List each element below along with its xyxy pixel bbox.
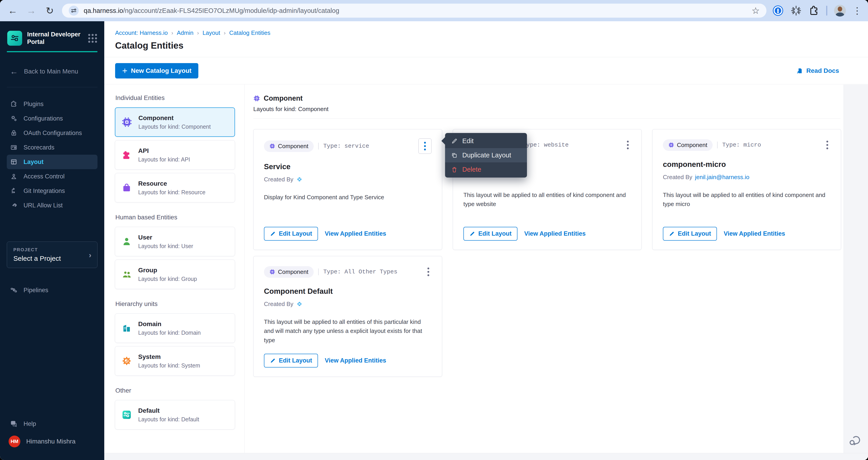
gears-icon	[10, 115, 18, 122]
created-by-row: Created By	[264, 300, 432, 308]
scroll-gutter-right[interactable]	[844, 85, 868, 460]
url-path: /ng/account/zEaak-FLS425IEO7OLzMUg/modul…	[123, 7, 339, 14]
view-applied-entities-link[interactable]: View Applied Entities	[524, 230, 586, 237]
module-grid-icon[interactable]	[88, 34, 97, 43]
entity-kind-user[interactable]: UserLayouts for kind: User	[115, 227, 235, 256]
browser-back-icon[interactable]: ←	[6, 4, 19, 17]
breadcrumb: Account: Harness.io› Admin› Layout› Cata…	[115, 29, 868, 36]
entity-kind-subtitle: Layouts for kind: Resource	[138, 189, 205, 195]
sidebar-item-pipelines[interactable]: Pipelines	[7, 283, 97, 297]
brand-divider	[7, 51, 97, 52]
sidebar-item-access-control[interactable]: Access Control	[7, 169, 97, 184]
edit-layout-button[interactable]: Edit Layout	[264, 227, 318, 241]
user-avatar: HM	[9, 436, 20, 447]
chevron-right-icon: ›	[89, 250, 91, 259]
sidebar-item-plugins[interactable]: Plugins	[7, 97, 97, 111]
sidebar-item-scorecards[interactable]: Scorecards	[7, 140, 97, 155]
sidebar-nav: Plugins Configurations OAuth Configurati…	[7, 97, 97, 213]
project-value: Select a Project	[13, 255, 91, 262]
edit-layout-button[interactable]: Edit Layout	[463, 227, 518, 241]
plus-icon	[122, 68, 128, 74]
kind-badge-label: Component	[677, 142, 707, 149]
card-menu-kebab-icon[interactable]	[625, 139, 631, 152]
browser-profile-avatar[interactable]	[834, 5, 846, 17]
context-menu-label: Duplicate Layout	[462, 152, 511, 159]
breadcrumb-admin[interactable]: Admin	[177, 29, 194, 36]
sidebar-item-oauth-configurations[interactable]: OAuth Configurations	[7, 126, 97, 140]
layout-title: component-micro	[663, 160, 831, 169]
entity-kind-system[interactable]: SystemLayouts for kind: System	[115, 346, 235, 376]
sidebar-item-url-allow-list[interactable]: URL Allow List	[7, 198, 97, 213]
view-applied-entities-link[interactable]: View Applied Entities	[325, 230, 386, 237]
browser-toolbar: ← → ↻ qa.harness.io/ng/account/zEaak-FLS…	[0, 0, 868, 21]
edit-layout-label: Edit Layout	[678, 230, 711, 237]
user-icon	[121, 236, 132, 247]
new-catalog-layout-button[interactable]: New Catalog Layout	[115, 63, 198, 79]
context-menu-edit[interactable]: Edit	[445, 134, 527, 148]
entity-kind-api[interactable]: APILayouts for kind: API	[115, 140, 235, 170]
edit-layout-button[interactable]: Edit Layout	[264, 354, 318, 368]
entity-kind-subtitle: Layouts for kind: Default	[138, 416, 199, 423]
password-manager-extension-icon[interactable]	[772, 5, 784, 16]
site-settings-icon[interactable]	[69, 6, 79, 16]
sidebar-item-label: Access Control	[24, 173, 65, 180]
section-heading: Individual Entities	[115, 94, 235, 101]
card-menu-kebab-icon[interactable]	[425, 265, 432, 278]
entity-kind-component[interactable]: ComponentLayouts for kind: Component	[115, 108, 235, 137]
kind-badge-label: Component	[278, 143, 308, 150]
card-menu-kebab-icon[interactable]	[418, 139, 432, 154]
user-name: Himanshu Mishra	[26, 438, 75, 445]
bookmark-star-icon[interactable]: ☆	[751, 5, 760, 16]
sidebar-item-help[interactable]: ? Help	[7, 417, 97, 431]
read-docs-link[interactable]: Read Docs	[796, 67, 839, 74]
kind-layouts-panel: Component Layouts for kind: Component Co…	[245, 84, 868, 460]
breadcrumb-account[interactable]: Account: Harness.io	[115, 29, 168, 36]
extensions-area: ⋮	[772, 5, 862, 17]
layout-card-component-default: Component Type: All Other Types Componen…	[253, 256, 442, 377]
trash-icon	[451, 166, 458, 173]
help-chat-icon: ?	[10, 420, 18, 428]
view-applied-entities-link[interactable]: View Applied Entities	[724, 230, 785, 237]
docs-icon	[796, 67, 803, 74]
edit-layout-label: Edit Layout	[478, 230, 512, 237]
view-applied-entities-link[interactable]: View Applied Entities	[325, 357, 386, 364]
browser-forward-icon[interactable]: →	[25, 4, 37, 17]
harness-user-icon	[296, 176, 303, 183]
sidebar-item-layout[interactable]: Layout	[7, 155, 97, 169]
extensions-puzzle-icon[interactable]	[808, 5, 819, 16]
back-to-main-menu[interactable]: ← Back to Main Menu	[7, 67, 97, 76]
kind-badge: Component	[663, 139, 713, 151]
breadcrumb-catalog-entities[interactable]: Catalog Entities	[229, 29, 270, 36]
kind-subtitle: Layouts for kind: Component	[253, 105, 868, 113]
kind-badge: Component	[264, 266, 314, 278]
entity-kind-group[interactable]: GroupLayouts for kind: Group	[115, 259, 235, 289]
browser-reload-icon[interactable]: ↻	[43, 4, 56, 17]
entity-kind-domain[interactable]: DomainLayouts for kind: Domain	[115, 313, 235, 343]
resource-bag-icon	[121, 183, 132, 193]
sidebar-item-git-integrations[interactable]: Git Integrations	[7, 184, 97, 198]
created-by-user-link[interactable]: jenil.jain@harness.io	[695, 174, 749, 181]
spinner-extension-icon[interactable]	[790, 5, 802, 16]
context-menu-delete[interactable]: Delete	[445, 162, 527, 177]
sidebar-item-label: URL Allow List	[24, 202, 63, 209]
url-bar[interactable]: qa.harness.io/ng/account/zEaak-FLS425IEO…	[62, 4, 767, 18]
sidebar-item-configurations[interactable]: Configurations	[7, 111, 97, 126]
entity-kind-default[interactable]: DefaultLayouts for kind: Default	[115, 400, 235, 429]
edit-layout-label: Edit Layout	[279, 230, 312, 237]
chat-widget-icon[interactable]	[848, 434, 862, 449]
user-profile[interactable]: HM Himanshu Mishra	[7, 436, 97, 447]
breadcrumb-layout[interactable]: Layout	[203, 29, 220, 36]
group-icon	[121, 269, 132, 279]
plugin-icon	[10, 100, 18, 108]
edit-layout-button[interactable]: Edit Layout	[663, 227, 717, 241]
browser-menu-icon[interactable]: ⋮	[852, 6, 862, 15]
project-selector[interactable]: PROJECT Select a Project ›	[7, 242, 97, 268]
card-menu-kebab-icon[interactable]	[824, 139, 831, 152]
link-icon	[10, 202, 18, 209]
scroll-gutter-bottom[interactable]	[104, 453, 868, 460]
context-menu-label: Edit	[462, 137, 473, 145]
entity-kind-resource[interactable]: ResourceLayouts for kind: Resource	[115, 173, 235, 203]
context-menu-duplicate-layout[interactable]: Duplicate Layout	[445, 148, 527, 162]
domain-building-icon	[121, 323, 132, 333]
browser-window: ← → ↻ qa.harness.io/ng/account/zEaak-FLS…	[0, 0, 868, 460]
